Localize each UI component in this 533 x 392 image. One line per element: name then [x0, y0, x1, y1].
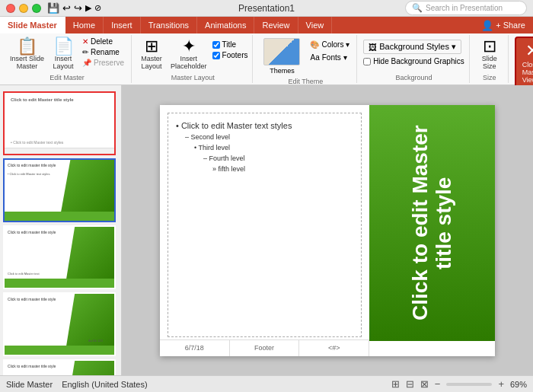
slide-sorter-button[interactable]: ⊟ — [406, 378, 414, 390]
more-icon[interactable]: ⊘ — [94, 3, 101, 13]
thumb-3-title: Click to edit master title style — [8, 230, 56, 234]
footer-page: <#> — [299, 340, 369, 356]
reading-view-button[interactable]: ⊠ — [420, 378, 429, 390]
delete-button[interactable]: ✕ Delete — [80, 37, 126, 46]
insert-slide-master-label: Insert SlideMaster — [10, 55, 44, 70]
title-check-label: Title — [222, 40, 237, 49]
background-label: Background — [395, 72, 432, 81]
tab-home[interactable]: Home — [65, 17, 104, 33]
ribbon: 📋 Insert SlideMaster 📄 InsertLayout ✕ De… — [0, 33, 533, 85]
thumb-5-green — [65, 361, 114, 375]
thumb-1-footer — [5, 148, 114, 154]
master-layout-label: MasterLayout — [141, 55, 162, 70]
slide-thumb-2[interactable]: 2 Click to edit master title style • Cli… — [3, 158, 118, 222]
slide-panel[interactable]: Click to edit Master title style • Click… — [0, 85, 122, 375]
tab-slide-master[interactable]: Slide Master — [0, 17, 65, 33]
main-area: Click to edit Master title style • Click… — [0, 85, 533, 375]
close-group: ✕ CloseMasterView Close — [510, 35, 533, 83]
hide-background-checkbox-label[interactable]: Hide Background Graphics — [363, 56, 464, 66]
slide-thumb-1-img: Click to edit Master title style • Click… — [3, 91, 116, 155]
themes-label: Themes — [270, 67, 295, 75]
slide-left-content[interactable]: • Click to edit Master text styles – Sec… — [168, 113, 362, 337]
title-checkbox[interactable] — [212, 41, 220, 49]
edit-theme-content: Themes 🎨 Colors ▾ Aa Fonts ▾ — [259, 37, 352, 76]
background-styles-icon: 🖼 — [369, 43, 377, 52]
slide-thumb-1[interactable]: Click to edit Master title style • Click… — [3, 91, 118, 155]
tab-insert[interactable]: Insert — [104, 17, 141, 33]
zoom-out-button[interactable]: − — [435, 378, 441, 390]
status-bar: Slide Master English (United States) ⊞ ⊟… — [0, 375, 533, 392]
insert-placeholder-icon: ✦ — [182, 38, 196, 55]
master-layout-button[interactable]: ⊞ MasterLayout — [138, 37, 165, 72]
tab-review[interactable]: Review — [254, 17, 298, 33]
preserve-button[interactable]: 📌 Preserve — [80, 58, 126, 68]
colors-button[interactable]: 🎨 Colors ▾ — [308, 40, 352, 49]
footers-check-label: Footers — [222, 51, 248, 59]
edit-master-small-buttons: ✕ Delete ✏ Rename 📌 Preserve — [80, 37, 126, 68]
thumb-2-content: Click to edit master title style • Click… — [5, 160, 114, 221]
footers-checkbox-label[interactable]: Footers — [212, 50, 248, 60]
slide-canvas: Click to edit Master title style • Click… — [160, 105, 495, 356]
slide-title-rotated[interactable]: Click to edit Master title style — [409, 105, 456, 341]
ribbon-tabs: Slide Master Home Insert Transitions Ani… — [0, 17, 533, 33]
edit-master-group: 📋 Insert SlideMaster 📄 InsertLayout ✕ De… — [3, 35, 132, 83]
save-icon[interactable]: 💾 — [47, 2, 59, 14]
slide-bullet-2: – Second level — [185, 133, 230, 141]
title-checkbox-label[interactable]: Title — [212, 40, 248, 49]
insert-layout-icon: 📄 — [53, 38, 74, 55]
normal-view-button[interactable]: ⊞ — [391, 378, 400, 390]
maximize-window-button[interactable] — [32, 4, 41, 13]
share-button[interactable]: 👤 + Share — [474, 17, 533, 33]
title-bar-right: 🔍 Search in Presentation — [405, 1, 527, 15]
tab-transitions[interactable]: Transitions — [141, 17, 197, 33]
background-content: 🖼 Background Styles ▾ Hide Background Gr… — [363, 37, 464, 72]
search-box[interactable]: 🔍 Search in Presentation — [405, 1, 527, 15]
background-styles-button[interactable]: 🖼 Background Styles ▾ — [363, 40, 461, 54]
undo-icon[interactable]: ↩ — [62, 2, 71, 14]
slide-thumb-3-img: Click to edit master title style Click t… — [3, 225, 116, 289]
hide-background-checkbox[interactable] — [363, 58, 371, 65]
fonts-icon: Aa — [310, 53, 319, 62]
share-plus-icon: 👤 — [481, 20, 493, 31]
slide-thumb-5[interactable]: Click to edit master title style — [3, 359, 118, 375]
slide-size-button[interactable]: ⊡ SlideSize — [476, 37, 503, 72]
rename-icon: ✏ — [82, 48, 88, 56]
thumb-2-text: Click to edit master title style — [8, 163, 56, 167]
slide-thumb-3[interactable]: Click to edit master title style Click t… — [3, 225, 118, 289]
rename-button[interactable]: ✏ Rename — [80, 47, 126, 57]
delete-label: Delete — [91, 37, 113, 46]
background-group: 🖼 Background Styles ▾ Hide Background Gr… — [359, 35, 470, 83]
slide-thumb-4[interactable]: Click to edit master title style Aa Bb 1… — [3, 292, 118, 356]
thumb-4-bar — [5, 346, 114, 355]
thumb-3-sub: Click to edit Master text — [8, 272, 40, 276]
close-window-button[interactable] — [6, 4, 15, 13]
tab-animations[interactable]: Animations — [197, 17, 254, 33]
redo-icon[interactable]: ↪ — [74, 2, 82, 14]
fonts-button[interactable]: Aa Fonts ▾ — [308, 53, 352, 62]
close-master-button[interactable]: ✕ CloseMasterView — [515, 37, 533, 88]
slide-master-status: Slide Master — [6, 380, 53, 389]
colors-label: Colors ▾ — [321, 40, 349, 49]
preserve-label: Preserve — [94, 59, 124, 67]
present-icon[interactable]: ▶ — [85, 3, 91, 13]
minimize-window-button[interactable] — [19, 4, 28, 13]
insert-placeholder-button[interactable]: ✦ InsertPlaceholder — [168, 37, 209, 72]
presentation-title: Presentation1 — [238, 3, 295, 14]
zoom-slider[interactable] — [446, 383, 492, 386]
language-status: English (United States) — [62, 380, 148, 389]
footers-checkbox[interactable] — [212, 52, 220, 59]
theme-small-buttons: 🎨 Colors ▾ Aa Fonts ▾ — [308, 37, 352, 62]
canvas-area: Click to edit Master title style • Click… — [122, 85, 533, 375]
master-layout-icon: ⊞ — [145, 38, 158, 55]
slide-bullet-5: » fifth level — [212, 165, 245, 173]
slide-size-label: SlideSize — [482, 55, 497, 70]
slide-bullet-1: • Click to edit Master text styles — [176, 121, 292, 130]
thumb-4-body: Aa Bb 123 — [88, 339, 111, 343]
footer-center: Footer — [230, 340, 300, 356]
insert-slide-master-icon: 📋 — [17, 38, 37, 55]
tab-view[interactable]: View — [298, 17, 333, 33]
insert-slide-master-button[interactable]: 📋 Insert SlideMaster — [8, 37, 46, 72]
insert-layout-button[interactable]: 📄 InsertLayout — [49, 37, 77, 72]
zoom-in-button[interactable]: + — [498, 378, 504, 390]
themes-button[interactable]: Themes — [259, 37, 305, 76]
